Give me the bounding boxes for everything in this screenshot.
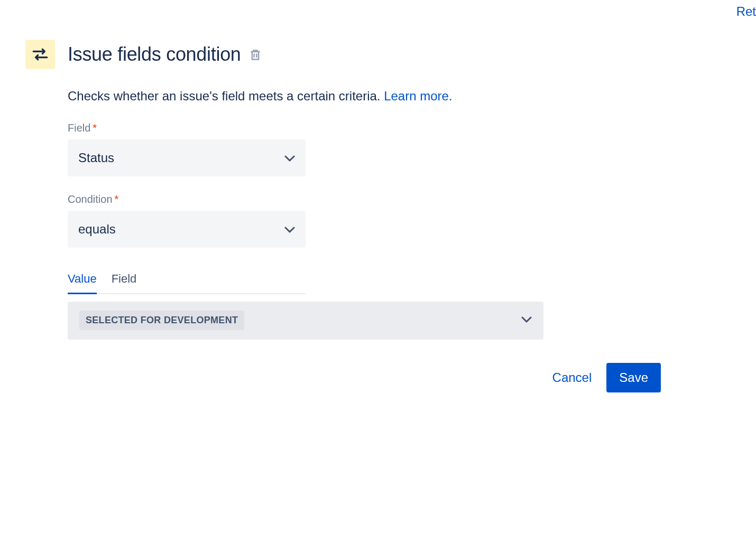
description-body: Checks whether an issue's field meets a … <box>68 89 384 103</box>
tab-value[interactable]: Value <box>68 272 97 293</box>
condition-label-text: Condition <box>68 193 113 205</box>
description-text: Checks whether an issue's field meets a … <box>68 87 612 105</box>
field-label-text: Field <box>68 122 90 134</box>
body-column: Checks whether an issue's field meets a … <box>25 87 612 340</box>
cancel-button[interactable]: Cancel <box>552 370 592 385</box>
header-row: Issue fields condition <box>25 40 731 69</box>
condition-label: Condition * <box>68 193 612 205</box>
chevron-down-icon <box>521 316 532 325</box>
delete-icon[interactable] <box>250 49 261 61</box>
content-area: Issue fields condition Checks whether an… <box>0 0 756 392</box>
page-title: Issue fields condition <box>68 43 261 65</box>
chevron-down-icon <box>284 222 295 237</box>
tab-field[interactable]: Field <box>112 272 137 293</box>
learn-more-link[interactable]: Learn more. <box>384 89 452 103</box>
page-title-text: Issue fields condition <box>68 43 241 65</box>
required-indicator: * <box>115 193 119 205</box>
condition-select-value: equals <box>78 222 116 237</box>
field-select[interactable]: Status <box>68 139 306 176</box>
field-select-value: Status <box>78 151 114 165</box>
value-field-tabs: Value Field <box>68 272 306 294</box>
condition-icon <box>25 40 55 69</box>
chevron-down-icon <box>284 151 295 165</box>
required-indicator: * <box>93 122 97 134</box>
field-group-condition: Condition * equals <box>68 193 612 248</box>
field-label: Field * <box>68 122 612 134</box>
footer-actions: Cancel Save <box>25 363 731 392</box>
field-group-field: Field * Status <box>68 122 612 176</box>
condition-select[interactable]: equals <box>68 211 306 248</box>
status-lozenge: SELECTED FOR DEVELOPMENT <box>79 311 244 330</box>
value-select[interactable]: SELECTED FOR DEVELOPMENT <box>68 302 543 340</box>
top-right-link[interactable]: Ret <box>736 4 756 19</box>
save-button[interactable]: Save <box>606 363 661 392</box>
